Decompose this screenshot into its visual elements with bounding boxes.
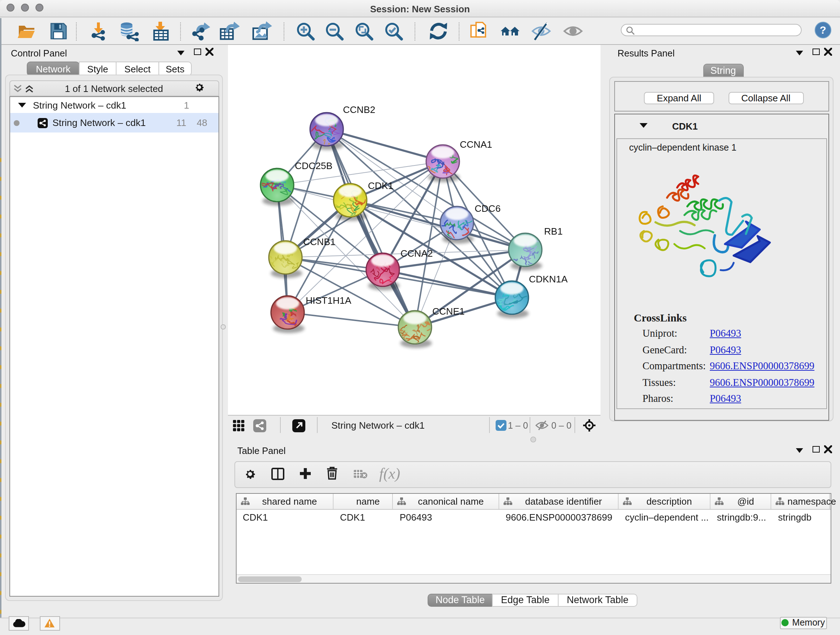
svg-text:RB1: RB1 — [544, 226, 562, 236]
svg-text:HIST1H1A: HIST1H1A — [305, 295, 351, 306]
svg-text:CCNB2: CCNB2 — [343, 104, 375, 115]
svg-text:CDC6: CDC6 — [474, 203, 500, 214]
svg-text:CDKN1A: CDKN1A — [529, 273, 567, 284]
svg-text:CCNE1: CCNE1 — [432, 306, 464, 317]
svg-text:CDC25B: CDC25B — [294, 160, 332, 171]
svg-text:CCNA2: CCNA2 — [400, 248, 432, 258]
svg-text:?: ? — [820, 24, 826, 36]
svg-text:CCNB1: CCNB1 — [303, 236, 335, 247]
svg-text:CDK1: CDK1 — [368, 180, 393, 191]
svg-text:CCNA1: CCNA1 — [459, 139, 492, 149]
